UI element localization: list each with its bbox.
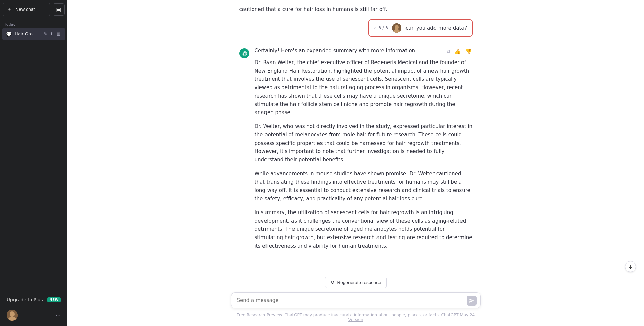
edit-icon[interactable]: ✎ — [43, 31, 48, 37]
delete-icon[interactable]: 🗑 — [56, 31, 61, 37]
send-button[interactable] — [467, 296, 477, 306]
new-chat-button[interactable]: ＋ New chat — [3, 3, 50, 16]
ai-paragraph-1: Dr. Ryan Welter, the chief executive off… — [255, 58, 473, 117]
section-today-label: Today — [0, 19, 67, 28]
chat-bottom: ↺ Regenerate response Free Research Prev… — [67, 273, 644, 326]
sidebar-footer: Upgrade to Plus NEW ··· — [0, 291, 67, 326]
user-row[interactable]: ··· — [3, 307, 65, 323]
user-message-wrapper: ‹ 3 / 3 can you add more data? — [239, 14, 473, 42]
ai-avatar — [239, 48, 249, 58]
input-wrapper — [231, 292, 481, 310]
ai-message-actions: ⧉ 👍 👎 — [446, 48, 473, 55]
avatar — [7, 310, 18, 321]
new-badge: NEW — [47, 297, 61, 302]
previous-message-hint: cautioned that a cure for hair loss in h… — [239, 0, 473, 14]
thumbup-icon[interactable]: 👍 — [454, 48, 462, 55]
regenerate-button[interactable]: ↺ Regenerate response — [325, 277, 387, 288]
previous-message-text: cautioned that a cure for hair loss in h… — [239, 6, 388, 12]
main-content: cautioned that a cure for hair loss in h… — [67, 0, 644, 326]
message-nav: ‹ 3 / 3 — [374, 25, 388, 31]
user-message-text: can you add more data? — [405, 25, 467, 31]
new-chat-label: New chat — [15, 7, 35, 12]
ai-response-body: Dr. Ryan Welter, the chief executive off… — [255, 58, 473, 250]
ai-message-wrapper: ⧉ 👍 👎 Certainly! Here's an expanded summ… — [239, 42, 473, 256]
upgrade-button[interactable]: Upgrade to Plus NEW — [3, 294, 65, 306]
chat-item-title: Hair Growth Treatm… — [15, 31, 40, 36]
svg-point-4 — [395, 25, 399, 30]
message-counter: 3 / 3 — [378, 25, 388, 30]
regenerate-label: Regenerate response — [337, 280, 381, 285]
user-menu-button[interactable]: ··· — [56, 312, 61, 319]
regenerate-area: ↺ Regenerate response — [231, 277, 481, 288]
chevron-left-icon[interactable]: ‹ — [374, 25, 376, 31]
sidebar-toggle-button[interactable]: ▣ — [53, 3, 65, 16]
disclaimer: Free Research Preview. ChatGPT may produ… — [231, 312, 481, 322]
chat-area[interactable]: cautioned that a cure for hair loss in h… — [67, 0, 644, 273]
message-container: cautioned that a cure for hair loss in h… — [231, 0, 481, 256]
new-chat-icon: ＋ — [7, 6, 12, 12]
ai-response-title: Certainly! Here's an expanded summary wi… — [255, 48, 473, 54]
ai-paragraph-4: In summary, the utilization of senescent… — [255, 208, 473, 250]
ai-message-content: ⧉ 👍 👎 Certainly! Here's an expanded summ… — [255, 48, 473, 250]
upgrade-label: Upgrade to Plus — [7, 297, 43, 302]
message-input[interactable] — [231, 292, 481, 308]
chat-icon: 💬 — [6, 31, 12, 37]
sidebar-top: ＋ New chat ▣ — [0, 0, 67, 19]
ai-paragraph-2: Dr. Welter, who was not directly involve… — [255, 122, 473, 164]
user-message-highlight: ‹ 3 / 3 can you add more data? — [368, 19, 472, 37]
copy-icon[interactable]: ⧉ — [446, 48, 451, 55]
regenerate-icon: ↺ — [331, 280, 335, 285]
layout-icon: ▣ — [56, 6, 61, 13]
chevron-down-icon: ↓ — [628, 264, 633, 270]
thumbdown-icon[interactable]: 👎 — [465, 48, 473, 55]
ai-paragraph-3: While advancements in mouse studies have… — [255, 170, 473, 203]
user-avatar-small — [392, 23, 401, 33]
chat-history-item[interactable]: 💬 Hair Growth Treatm… ✎ ⬆ 🗑 — [2, 28, 65, 40]
share-icon[interactable]: ⬆ — [49, 31, 54, 37]
disclaimer-text: Free Research Preview. ChatGPT may produ… — [237, 312, 440, 317]
sidebar: ＋ New chat ▣ Today 💬 Hair Growth Treatm…… — [0, 0, 67, 326]
scroll-bottom-button[interactable]: ↓ — [625, 261, 636, 272]
chat-item-actions: ✎ ⬆ 🗑 — [43, 31, 61, 37]
svg-point-1 — [10, 311, 15, 317]
